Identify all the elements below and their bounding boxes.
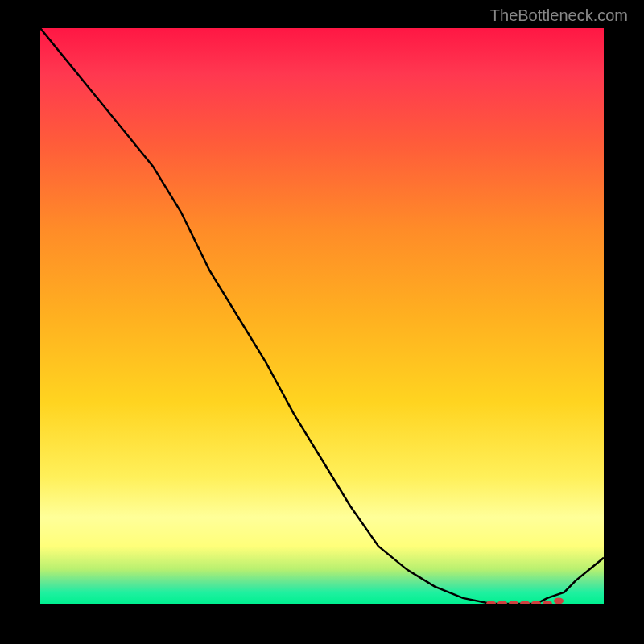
- marker-point: [486, 601, 496, 604]
- data-line: [40, 28, 604, 604]
- chart-svg: [40, 28, 604, 604]
- marker-point: [543, 601, 552, 604]
- watermark-text: TheBottleneck.com: [490, 6, 628, 25]
- chart-container: TheBottleneck.com: [0, 0, 644, 644]
- marker-point: [554, 597, 564, 604]
- plot-area: [40, 28, 604, 604]
- marker-point: [509, 601, 518, 604]
- data-markers: [486, 597, 564, 604]
- marker-point: [520, 601, 530, 604]
- marker-point: [497, 601, 507, 604]
